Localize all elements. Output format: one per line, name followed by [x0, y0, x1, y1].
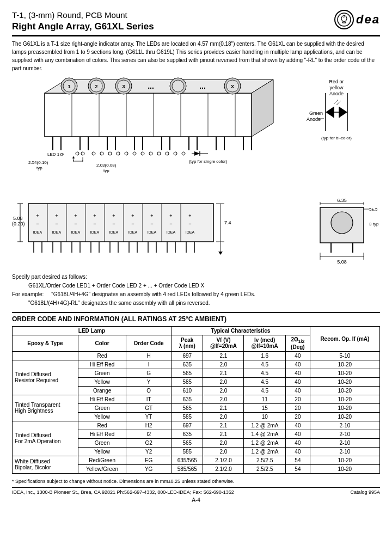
- table-cell-recom: 10-20: [310, 360, 379, 369]
- svg-text:(0.20): (0.20): [12, 221, 25, 226]
- svg-text:LED 1@: LED 1@: [47, 152, 64, 157]
- table-cell-iv: 1.2 @ 2mA: [244, 447, 286, 456]
- table-title: ORDER CODE AND INFORMATION (ALL RATINGS …: [12, 312, 380, 323]
- svg-text:IDEA: IDEA: [71, 230, 81, 234]
- order-code-header: Order Code: [126, 335, 171, 351]
- svg-marker-87: [326, 107, 334, 118]
- table-cell-recom: 10-20: [310, 412, 379, 421]
- table-cell-recom: 2-10: [310, 438, 379, 447]
- table-cell-order_code: O: [126, 386, 171, 395]
- company-info: IDEA, Inc., 1300-B Pioneer St., Brea, CA…: [12, 489, 234, 495]
- logo-text: dea: [356, 13, 380, 27]
- table-cell-theta: 40: [286, 360, 310, 369]
- svg-text:1: 1: [68, 84, 70, 89]
- svg-text:...: ...: [148, 82, 154, 90]
- svg-text:−: −: [36, 221, 39, 226]
- svg-text:+: +: [74, 213, 77, 218]
- table-cell-vf: 2.0: [203, 395, 244, 403]
- svg-text:IDEA: IDEA: [52, 230, 62, 234]
- table-cell-color: Yellow: [78, 412, 126, 421]
- table-cell-theta: 40: [286, 438, 310, 447]
- table-cell-order_code: GT: [126, 403, 171, 412]
- table-cell-recom: 10-20: [310, 386, 379, 395]
- led-lamp-header: LED Lamp: [13, 326, 171, 335]
- svg-text:(typ for bi-color): (typ for bi-color): [321, 136, 352, 140]
- svg-text:i: i: [344, 15, 345, 19]
- specify-text: Specify part desired as follows:: [12, 273, 380, 281]
- svg-line-85: [336, 101, 341, 105]
- svg-text:IDEA: IDEA: [148, 230, 157, 234]
- svg-line-84: [334, 100, 338, 104]
- product-description: The G61XL is a T-1 size right-angle indi…: [12, 40, 380, 72]
- table-cell-peak: 635/565: [171, 456, 203, 464]
- svg-point-167: [331, 212, 353, 234]
- svg-text:yellow: yellow: [329, 85, 344, 90]
- table-cell-recom: 10-20: [310, 377, 379, 386]
- table-cell-recom: 10-20: [310, 403, 379, 412]
- diagram-section: 1 2 3 ... ... X: [12, 77, 380, 191]
- table-cell-vf: 2.1/2.0: [203, 464, 244, 473]
- table-cell-recom: 10-20: [310, 464, 379, 473]
- table-cell-peak: 635: [171, 360, 203, 369]
- table-cell-recom: 2-10: [310, 421, 379, 430]
- table-cell-order_code: YT: [126, 412, 171, 421]
- table-cell-color: Yellow/Green: [78, 464, 126, 473]
- svg-text:+: +: [36, 213, 39, 218]
- svg-text:IDEA: IDEA: [109, 230, 119, 234]
- table-cell-recom: 10-20: [310, 369, 379, 377]
- svg-text:2.54(0.10): 2.54(0.10): [28, 160, 48, 165]
- table-cell-order_code: IT: [126, 395, 171, 403]
- table-cell-vf: 2.0: [203, 377, 244, 386]
- svg-text:...: ...: [199, 82, 206, 90]
- svg-text:IDEA: IDEA: [186, 230, 195, 234]
- svg-text:Anode: Anode: [329, 91, 344, 96]
- table-cell-color: Green: [78, 369, 126, 377]
- table-cell-color: Red/Green: [78, 456, 126, 464]
- svg-text:−: −: [150, 221, 153, 226]
- svg-text:−: −: [55, 221, 58, 226]
- svg-text:6.35: 6.35: [337, 198, 347, 203]
- ordering-section: Specify part desired as follows: G61XL/O…: [12, 273, 380, 308]
- table-cell-peak: 585: [171, 447, 203, 456]
- table-cell-iv: 2.5/2.5: [244, 456, 286, 464]
- svg-text:IDEA: IDEA: [33, 230, 42, 234]
- svg-marker-63: [194, 151, 200, 156]
- table-cell-color: Hi Eff Red: [78, 430, 126, 438]
- table-cell-iv: 1.2 @ 2mA: [244, 438, 286, 447]
- table-cell-order_code: I: [126, 360, 171, 369]
- svg-text:+: +: [150, 213, 153, 218]
- table-cell-vf: 2.1: [203, 403, 244, 412]
- table-cell-iv: 10: [244, 412, 286, 421]
- table-cell-recom: 10-20: [310, 456, 379, 464]
- table-cell-peak: 565: [171, 403, 203, 412]
- example-label: For example: "G618L/4H+4G" designates an…: [12, 290, 380, 299]
- iv-header: Iv (mcd)@If=10mA: [244, 335, 286, 351]
- svg-text:−: −: [74, 221, 77, 226]
- side-dims: 6.35 5±.5 3 typ 5.08 ref: [293, 195, 380, 267]
- svg-text:+: +: [93, 213, 96, 218]
- svg-text:typ: typ: [103, 168, 109, 173]
- logo: i dea: [334, 10, 380, 29]
- vf-header: Vf (V)@If=20mA: [203, 335, 244, 351]
- order-formula: G61XL/Order Code LED1 + Order Code LED 2…: [28, 281, 380, 290]
- svg-text:−: −: [169, 221, 172, 226]
- svg-text:+: +: [169, 213, 172, 218]
- page-header: T-1, (3-mm) Round, PCB Mount Right Angle…: [12, 10, 380, 36]
- svg-point-52: [100, 152, 103, 155]
- svg-point-20: [172, 80, 184, 92]
- table-cell-peak: 697: [171, 421, 203, 430]
- table-cell-order_code: EG: [126, 456, 171, 464]
- svg-point-56: [133, 152, 136, 155]
- table-cell-iv: 4.5: [244, 369, 286, 377]
- table-cell-peak: 565: [171, 369, 203, 377]
- table-cell-color: Hi Eff Red: [78, 360, 126, 369]
- svg-text:IDEA: IDEA: [167, 230, 176, 234]
- epoxy-type-header: Epoxy & Type: [13, 335, 78, 351]
- table-cell-color: Red: [78, 351, 126, 360]
- svg-text:(typ for single color): (typ for single color): [189, 159, 228, 164]
- svg-text:−: −: [112, 221, 115, 226]
- table-cell-vf: 2.0: [203, 412, 244, 421]
- svg-text:IDEA: IDEA: [90, 230, 100, 234]
- svg-text:+: +: [188, 213, 191, 218]
- table-cell-iv: 4.5: [244, 360, 286, 369]
